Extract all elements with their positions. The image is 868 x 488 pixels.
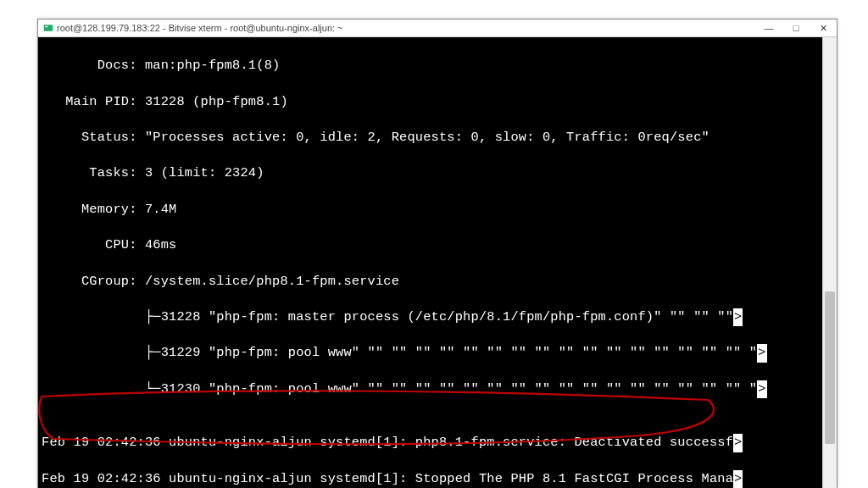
wrap-indicator: > [733, 308, 743, 326]
term-line: Feb 19 02:42:36 ubuntu-nginx-aljun syste… [42, 434, 822, 452]
highlight-annotation [38, 354, 725, 488]
term-line: └─31230 "php-fpm: pool www" "" "" "" "" … [42, 380, 822, 398]
svg-rect-1 [45, 26, 47, 28]
term-line: ├─31229 "php-fpm: pool www" "" "" "" "" … [42, 344, 822, 362]
window-controls: — □ ✕ [755, 19, 837, 36]
maximize-button[interactable]: □ [782, 19, 810, 36]
term-line: Memory: 7.4M [42, 201, 822, 219]
scroll-thumb[interactable] [825, 291, 835, 444]
minimize-button[interactable]: — [755, 19, 782, 36]
term-line: Tasks: 3 (limit: 2324) [42, 164, 822, 182]
app-icon [43, 23, 53, 33]
term-line: Status: "Processes active: 0, idle: 2, R… [42, 129, 822, 147]
terminal-window: root@128.199.79.183:22 - Bitvise xterm -… [37, 19, 837, 488]
close-button[interactable]: ✕ [810, 19, 837, 36]
titlebar: root@128.199.79.183:22 - Bitvise xterm -… [38, 19, 837, 37]
term-line: Feb 19 02:42:36 ubuntu-nginx-aljun syste… [42, 470, 822, 488]
scrollbar[interactable] [822, 37, 837, 488]
wrap-indicator: > [733, 434, 743, 452]
wrap-indicator: > [757, 344, 766, 362]
term-line: ├─31228 "php-fpm: master process (/etc/p… [42, 308, 822, 326]
terminal-output[interactable]: Docs: man:php-fpm8.1(8) Main PID: 31228 … [38, 37, 822, 488]
wrap-indicator: > [757, 380, 766, 398]
wrap-indicator: > [733, 470, 743, 488]
term-line: Main PID: 31228 (php-fpm8.1) [42, 93, 822, 111]
window-title: root@128.199.79.183:22 - Bitvise xterm -… [57, 19, 343, 36]
term-line: Docs: man:php-fpm8.1(8) [42, 57, 822, 75]
svg-rect-0 [44, 25, 53, 31]
term-line: CGroup: /system.slice/php8.1-fpm.service [42, 273, 822, 291]
term-line: CPU: 46ms [42, 236, 822, 254]
